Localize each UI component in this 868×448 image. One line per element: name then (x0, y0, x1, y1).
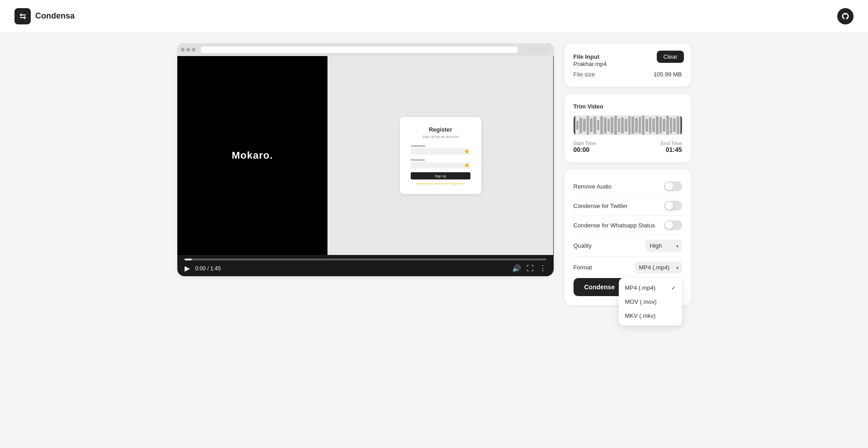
format-select-wrapper: MP4 (.mp4) MOV (.mov) MKV (.mkv) (635, 261, 682, 274)
browser-dot-2 (186, 48, 190, 52)
condense-whatsapp-row: Condense for Whatsapp Status (574, 217, 682, 233)
condense-twitter-label: Condense for Twitter (574, 203, 628, 209)
waveform-bar (583, 119, 586, 132)
video-panel: Mokaro. Register Sign up for an account … (177, 43, 554, 276)
progress-bar[interactable] (185, 259, 546, 260)
end-time-label: End Time (661, 141, 682, 146)
controls-right: 🔊 ⛶ ⋮ (512, 264, 546, 273)
progress-bar-fill (185, 259, 192, 260)
file-input-label: File Input (574, 53, 600, 60)
format-label: Format (574, 264, 592, 271)
fullscreen-icon[interactable]: ⛶ (526, 264, 534, 273)
register-btn: Sign Up (411, 172, 470, 179)
username-label: Username (411, 144, 470, 147)
waveform-bar (590, 118, 593, 132)
file-size-row: File size 105.99 MB (574, 71, 682, 78)
dropdown-item-mkv[interactable]: MKV (.mkv) (619, 309, 682, 323)
waveform-bar (587, 116, 589, 135)
divider-2 (574, 215, 682, 216)
file-size-value: 105.99 MB (654, 71, 682, 78)
waveform-bar (600, 116, 603, 134)
register-title: Register (411, 126, 470, 133)
trim-video-section: Trim Video Start Time 00:00 End Time 01:… (564, 94, 691, 162)
quality-row: Quality High Medium Low (574, 237, 682, 255)
password-field (411, 162, 470, 169)
waveform-bar (628, 116, 631, 134)
controls-left: ▶ 0:00 / 1:45 (185, 264, 221, 273)
waveform-bar (642, 116, 645, 135)
remove-audio-label: Remove Audio (574, 183, 612, 190)
volume-icon[interactable]: 🔊 (512, 264, 521, 273)
browser-dot-1 (181, 48, 185, 52)
divider-4 (574, 256, 682, 257)
waveform-bar (663, 119, 665, 132)
video-container: Mokaro. Register Sign up for an account … (177, 43, 554, 255)
waveform-bar (649, 118, 652, 133)
condense-button[interactable]: Condense (574, 278, 626, 296)
register-card: Register Sign up for an account Username… (400, 117, 481, 194)
waveform-bar (614, 116, 617, 135)
format-select[interactable]: MP4 (.mp4) MOV (.mov) MKV (.mkv) (635, 261, 682, 274)
app-title: Condensa (35, 11, 75, 21)
more-options-icon[interactable]: ⋮ (539, 264, 546, 273)
waveform-handle-left[interactable] (574, 115, 575, 135)
waveform-bar (635, 118, 638, 132)
logo-icon: ⇆ (14, 8, 31, 24)
register-link: Already have an account? Login here (411, 182, 470, 185)
waveform-bar (593, 117, 596, 134)
condense-whatsapp-toggle[interactable] (664, 220, 682, 230)
browser-bar (177, 43, 554, 56)
video-right-half: Register Sign up for an account Username… (327, 56, 553, 255)
remove-audio-knob (665, 182, 673, 190)
format-row: Format MP4 (.mp4) MOV (.mov) MKV (.mkv) … (574, 259, 682, 276)
waveform-bar (645, 119, 648, 132)
format-dropdown-open: MP4 (.mp4) ✓ MOV (.mov) MKV (.mkv) (619, 278, 682, 325)
condense-whatsapp-knob (665, 221, 673, 229)
check-icon: ✓ (671, 285, 676, 291)
video-left-half: Mokaro. (177, 56, 328, 255)
mokaro-text: Mokaro. (232, 150, 273, 161)
start-time-label: Start Time (574, 141, 596, 146)
trim-video-label: Trim Video (574, 103, 682, 110)
waveform-bar (673, 118, 676, 132)
condense-twitter-toggle[interactable] (664, 201, 682, 211)
time-display: 0:00 / 1:45 (195, 265, 221, 272)
browser-dot-3 (192, 48, 195, 52)
controls-row: ▶ 0:00 / 1:45 🔊 ⛶ ⋮ (185, 264, 546, 273)
start-time-value: 00:00 (574, 146, 596, 153)
play-icon[interactable]: ▶ (185, 264, 190, 273)
waveform-bar (576, 121, 579, 130)
file-input-section: File Input Clear Prakhar.mp4 File size 1… (564, 43, 691, 87)
waveform-bar (625, 119, 627, 132)
username-field (411, 148, 470, 155)
remove-audio-row: Remove Audio (574, 179, 682, 194)
remove-audio-toggle[interactable] (664, 181, 682, 191)
quality-label: Quality (574, 242, 592, 249)
waveform-bars (574, 115, 682, 135)
dropdown-item-mp4[interactable]: MP4 (.mp4) ✓ (619, 281, 682, 295)
waveform-bar (579, 118, 582, 133)
options-section: Remove Audio Condense for Twitter Conden… (564, 170, 691, 305)
waveform-bar (652, 118, 655, 132)
dropdown-item-mov[interactable]: MOV (.mov) (619, 295, 682, 309)
waveform-bar (621, 118, 624, 133)
clear-button[interactable]: Clear (657, 51, 683, 63)
waveform[interactable] (574, 115, 682, 135)
condense-whatsapp-label: Condense for Whatsapp Status (574, 222, 655, 229)
waveform-bar (597, 120, 600, 130)
password-field-icon (465, 164, 469, 167)
password-label: Password (411, 158, 470, 161)
waveform-bar (618, 118, 621, 132)
github-icon[interactable] (837, 8, 854, 24)
browser-controls (523, 47, 550, 52)
header: ⇆ Condensa (0, 0, 868, 33)
register-subtitle: Sign up for an account (411, 135, 470, 139)
username-field-icon (465, 150, 469, 153)
trim-times: Start Time 00:00 End Time 01:45 (574, 141, 682, 153)
quality-select[interactable]: High Medium Low (645, 240, 682, 252)
file-size-label: File size (574, 71, 595, 78)
start-time-group: Start Time 00:00 (574, 141, 596, 153)
waveform-bar (677, 117, 679, 134)
waveform-handle-right[interactable] (680, 115, 682, 135)
right-panel: File Input Clear Prakhar.mp4 File size 1… (564, 43, 691, 305)
